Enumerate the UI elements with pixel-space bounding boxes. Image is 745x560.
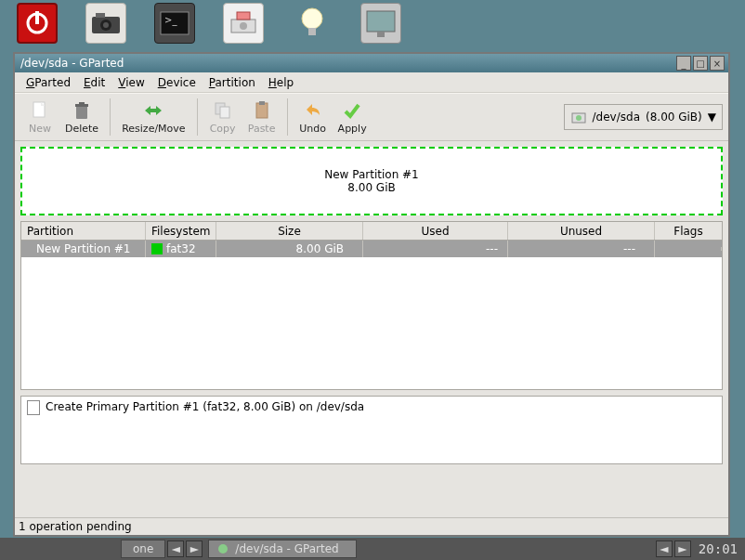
workspace-prev-button[interactable]: ◄ [167, 540, 184, 557]
window-title: /dev/sda - GParted [19, 57, 674, 70]
copy-button[interactable]: Copy [203, 98, 242, 137]
svg-point-11 [302, 8, 322, 29]
cell-size: 8.00 GiB [216, 241, 363, 257]
copy-icon [213, 100, 233, 121]
partition-visual-size: 8.00 GiB [347, 181, 395, 194]
operation-text[interactable]: Create Primary Partition #1 (fat32, 8.00… [46, 400, 364, 413]
app-icon [216, 542, 229, 555]
tray-prev-button[interactable]: ◄ [656, 540, 673, 557]
workspace-label[interactable]: one [121, 540, 165, 558]
svg-rect-17 [75, 104, 88, 107]
disk-install-icon[interactable] [223, 3, 264, 44]
file-icon [27, 400, 40, 415]
status-bar: 1 operation pending [15, 517, 728, 535]
fs-color-swatch [151, 243, 163, 254]
new-button[interactable]: New [20, 98, 59, 137]
menu-bar: GParted Edit View Device Partition Help [15, 72, 728, 93]
power-icon[interactable] [17, 3, 58, 44]
monitor-icon[interactable] [360, 3, 401, 44]
disk-icon [570, 109, 587, 125]
col-used[interactable]: Used [363, 222, 508, 240]
cell-filesystem: fat32 [146, 241, 216, 257]
partition-table: Partition Filesystem Size Used Unused Fl… [20, 221, 723, 390]
resize-label: Resize/Move [122, 123, 185, 135]
svg-rect-20 [220, 107, 229, 118]
col-filesystem[interactable]: Filesystem [146, 222, 216, 240]
partition-visual-name: New Partition #1 [324, 168, 419, 181]
svg-rect-18 [79, 102, 85, 104]
svg-point-9 [240, 22, 247, 30]
camera-icon[interactable] [85, 3, 126, 44]
col-flags[interactable]: Flags [655, 222, 722, 240]
paste-icon [252, 100, 272, 121]
toolbar: New Delete Resize/Move Copy Paste Undo A… [15, 93, 728, 141]
gparted-window: /dev/sda - GParted _ □ × GParted Edit Vi… [13, 52, 730, 537]
partition-visual[interactable]: New Partition #1 8.00 GiB [20, 147, 723, 215]
dropdown-icon: ▼ [708, 111, 716, 124]
resize-icon [143, 100, 163, 121]
cell-unused: --- [508, 241, 655, 257]
undo-icon [303, 100, 323, 121]
menu-device[interactable]: Device [152, 74, 202, 91]
task-title: /dev/sda - GParted [235, 542, 338, 555]
cell-flags [655, 247, 722, 251]
menu-edit[interactable]: Edit [78, 74, 111, 91]
svg-rect-13 [367, 11, 395, 32]
pending-operations: Create Primary Partition #1 (fat32, 8.00… [20, 396, 723, 464]
svg-rect-16 [76, 106, 87, 119]
taskbar: one ◄ ► /dev/sda - GParted ◄ ► 20:01 [0, 538, 745, 560]
undo-label: Undo [299, 123, 326, 135]
svg-point-4 [103, 22, 109, 28]
col-partition[interactable]: Partition [21, 222, 146, 240]
svg-point-24 [576, 115, 582, 121]
minimize-button[interactable]: _ [676, 56, 691, 71]
col-unused[interactable]: Unused [508, 222, 655, 240]
taskbar-task[interactable]: /dev/sda - GParted [208, 540, 357, 558]
status-text: 1 operation pending [19, 520, 132, 533]
new-icon [30, 100, 50, 121]
maximize-button[interactable]: □ [693, 56, 708, 71]
separator [287, 98, 288, 136]
paste-button[interactable]: Paste [242, 98, 281, 137]
resize-button[interactable]: Resize/Move [116, 98, 190, 137]
tray-next-button[interactable]: ► [674, 540, 691, 557]
svg-rect-5 [96, 13, 105, 18]
delete-button[interactable]: Delete [59, 98, 104, 137]
terminal-icon[interactable]: >_ [154, 3, 195, 44]
svg-rect-1 [35, 11, 39, 24]
col-size[interactable]: Size [216, 222, 363, 240]
menu-partition[interactable]: Partition [203, 74, 261, 91]
table-header: Partition Filesystem Size Used Unused Fl… [21, 222, 722, 241]
svg-rect-21 [256, 103, 268, 118]
menu-view[interactable]: View [112, 74, 150, 91]
svg-rect-10 [237, 12, 250, 20]
delete-label: Delete [65, 123, 98, 135]
close-button[interactable]: × [710, 56, 725, 71]
device-selector[interactable]: /dev/sda (8.00 GiB) ▼ [564, 104, 723, 130]
desktop-launcher-bar: >_ [0, 0, 745, 46]
table-row[interactable]: New Partition #1 fat32 8.00 GiB --- --- [21, 241, 722, 257]
device-path: /dev/sda [593, 111, 640, 124]
apply-button[interactable]: Apply [333, 98, 372, 137]
cell-used: --- [363, 241, 508, 257]
svg-text:>_: >_ [164, 15, 177, 26]
titlebar[interactable]: /dev/sda - GParted _ □ × [15, 54, 728, 72]
svg-rect-22 [259, 101, 265, 105]
lightbulb-icon[interactable] [292, 3, 333, 44]
svg-rect-12 [308, 28, 316, 35]
undo-button[interactable]: Undo [294, 98, 333, 137]
new-label: New [29, 123, 51, 135]
apply-icon [342, 100, 362, 121]
workspace-next-button[interactable]: ► [186, 540, 203, 557]
separator [197, 98, 198, 136]
menu-help[interactable]: Help [263, 74, 299, 91]
apply-label: Apply [338, 123, 367, 135]
cell-partition: New Partition #1 [21, 241, 146, 257]
menu-gparted[interactable]: GParted [20, 74, 76, 91]
trash-icon [72, 100, 92, 121]
svg-rect-14 [377, 32, 385, 37]
paste-label: Paste [248, 123, 276, 135]
copy-label: Copy [210, 123, 236, 135]
svg-point-25 [218, 544, 228, 553]
clock[interactable]: 20:01 [691, 541, 745, 556]
